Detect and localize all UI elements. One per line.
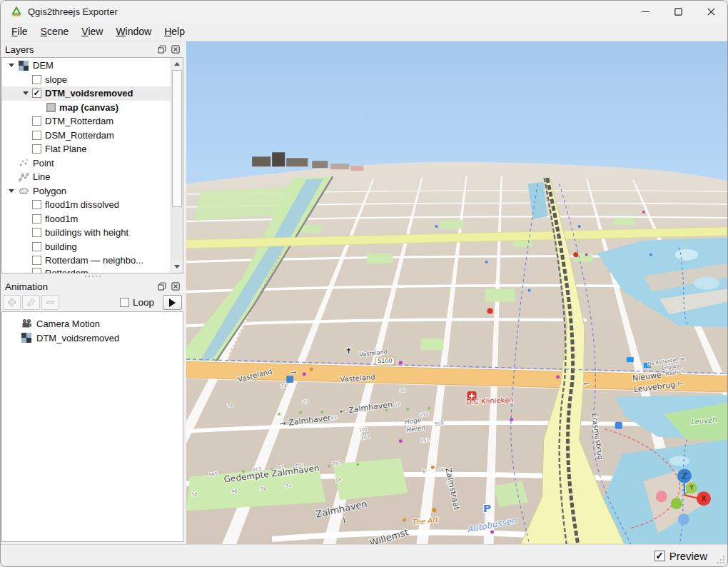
- resize-grip[interactable]: [717, 556, 725, 564]
- close-button[interactable]: [694, 1, 727, 22]
- layers-tree: DEMslopeDTM_voidsremovedmap (canvas)DTM_…: [2, 58, 171, 273]
- expand-arrow-icon[interactable]: [23, 91, 29, 95]
- layer-row-flood1m[interactable]: flood1m: [2, 212, 171, 226]
- menu-scene[interactable]: Scene: [34, 24, 76, 39]
- layers-panel-title: Layers: [5, 44, 154, 55]
- layers-scrollbar[interactable]: [171, 58, 183, 273]
- layer-label: DEM: [33, 60, 54, 71]
- layer-checkbox[interactable]: [32, 268, 41, 274]
- layer-checkbox[interactable]: [32, 144, 41, 154]
- panel-splitter[interactable]: [1, 274, 184, 279]
- layers-close-button[interactable]: [170, 44, 181, 54]
- expand-arrow-icon[interactable]: [9, 189, 14, 193]
- window-title: Qgis2threejs Exporter: [28, 6, 118, 17]
- animation-panel-header: Animation: [1, 279, 184, 294]
- layer-row-dtm-rotterdam[interactable]: DTM_Rotterdam: [2, 114, 171, 129]
- layer-label: Rotterdam — ...: [45, 268, 111, 274]
- layer-checkbox[interactable]: [32, 256, 41, 265]
- app-logo-icon: [11, 6, 22, 17]
- play-button[interactable]: [163, 295, 182, 310]
- app-window: Qgis2threejs Exporter FileSceneViewWindo…: [0, 0, 728, 567]
- minimize-button[interactable]: [629, 1, 662, 22]
- preview-checkbox[interactable]: ✓: [654, 551, 665, 561]
- layer-row-polygon[interactable]: Polygon: [2, 184, 171, 199]
- housenumber-label: 22: [330, 414, 337, 421]
- housenumber-label: 102: [360, 434, 370, 441]
- animation-list: Camera MotionDTM_voidsremoved: [1, 311, 183, 542]
- layer-label: building: [45, 241, 77, 252]
- animation-item-label: DTM_voidsremoved: [36, 333, 119, 343]
- animation-close-button[interactable]: [170, 281, 181, 291]
- left-dock: Layers DEMslopeDTM_voidsremovedmap (canv…: [1, 41, 184, 544]
- layer-checkbox[interactable]: [32, 75, 41, 84]
- housenumber-label: 32: [285, 483, 291, 489]
- housenumber-label: 30: [399, 387, 405, 393]
- layer-row-rotterdam-neighbo-[interactable]: Rotterdam — neighbo...: [2, 254, 171, 268]
- loop-label: Loop: [133, 297, 154, 308]
- layer-row-slope[interactable]: slope: [2, 73, 171, 87]
- layer-label: Flat Plane: [45, 144, 87, 154]
- scroll-up-button[interactable]: [171, 58, 183, 70]
- map-label: ✝: [345, 346, 352, 356]
- layer-row-dtm-voidsremoved[interactable]: DTM_voidsremoved: [2, 86, 171, 101]
- layers-tree-container: DEMslopeDTM_voidsremovedmap (canvas)DTM_…: [1, 57, 183, 274]
- layer-checkbox[interactable]: [32, 228, 41, 237]
- layer-row-buildings-with-height[interactable]: buildings with height: [2, 226, 171, 240]
- layer-label: Rotterdam — neighbo...: [45, 255, 143, 266]
- housenumber-label: 101: [358, 426, 368, 433]
- layer-checkbox[interactable]: [32, 116, 41, 126]
- animation-toolbar: Loop: [1, 294, 184, 311]
- layer-row-map-canvas-[interactable]: map (canvas): [2, 101, 171, 115]
- layer-checkbox[interactable]: [32, 89, 41, 98]
- layers-panel-header: Layers: [1, 41, 184, 57]
- layer-row-building[interactable]: building: [2, 240, 171, 254]
- expand-arrow-icon[interactable]: [9, 64, 14, 67]
- menu-view[interactable]: View: [75, 24, 109, 39]
- layer-row-dsm-rotterdam[interactable]: DSM_Rotterdam: [2, 129, 171, 143]
- housenumber-label: 110: [419, 411, 428, 418]
- layer-label: DTM_Rotterdam: [45, 116, 113, 126]
- menu-window[interactable]: Window: [109, 24, 158, 39]
- layer-checkbox[interactable]: [32, 214, 41, 224]
- title-bar: Qgis2threejs Exporter: [1, 1, 727, 22]
- map-3d-scene[interactable]: VastelandVastelandVastelandS100← Zalmhav…: [186, 41, 727, 544]
- maximize-button[interactable]: [662, 1, 694, 22]
- layer-row-flood1m-dissolved[interactable]: flood1m dissolved: [2, 198, 171, 212]
- play-icon: [169, 298, 176, 307]
- animation-item-camera-motion[interactable]: Camera Motion: [2, 316, 183, 331]
- layer-label: map (canvas): [59, 102, 118, 113]
- menu-help[interactable]: Help: [158, 24, 191, 39]
- layer-checkbox[interactable]: [32, 131, 41, 140]
- animation-float-button[interactable]: [156, 281, 168, 291]
- housenumber-label: 81: [278, 464, 284, 471]
- add-keyframe-button[interactable]: [3, 295, 21, 310]
- layer-row-line[interactable]: Line: [2, 170, 171, 184]
- housenumber-label: 913: [252, 466, 261, 473]
- layer-row-point[interactable]: Point: [2, 156, 171, 171]
- scroll-down-button[interactable]: [171, 261, 183, 273]
- menu-file[interactable]: File: [5, 24, 34, 39]
- preview-label: Preview: [669, 550, 707, 562]
- layer-label: Line: [33, 171, 51, 182]
- layer-checkbox[interactable]: [32, 200, 41, 209]
- layer-row-flat-plane[interactable]: Flat Plane: [2, 142, 171, 156]
- map-3d-viewport[interactable]: VastelandVastelandVastelandS100← Zalmhav…: [184, 41, 727, 544]
- scroll-track[interactable]: [171, 70, 183, 261]
- layer-row-rotterdam-[interactable]: Rotterdam — ...: [2, 268, 171, 274]
- status-bar: ✓ Preview: [1, 544, 727, 566]
- housenumber-label: 451: [420, 437, 429, 444]
- layer-label: buildings with height: [45, 227, 128, 238]
- layer-row-dem[interactable]: DEM: [2, 59, 171, 73]
- line-layer-icon: [18, 171, 29, 183]
- scroll-thumb[interactable]: [172, 70, 182, 207]
- layer-checkbox[interactable]: [32, 242, 41, 251]
- loop-checkbox[interactable]: [120, 298, 129, 307]
- axis-neg-y-ball: [671, 498, 682, 509]
- polygon-layer-icon: [18, 185, 29, 196]
- animation-item-dtm-voidsremoved[interactable]: DTM_voidsremoved: [2, 331, 183, 345]
- edit-keyframe-button[interactable]: [22, 295, 40, 310]
- layers-float-button[interactable]: [156, 44, 168, 54]
- layer-checkbox[interactable]: [46, 103, 56, 112]
- remove-keyframe-button[interactable]: [41, 295, 59, 310]
- svg-text:Y: Y: [689, 484, 694, 491]
